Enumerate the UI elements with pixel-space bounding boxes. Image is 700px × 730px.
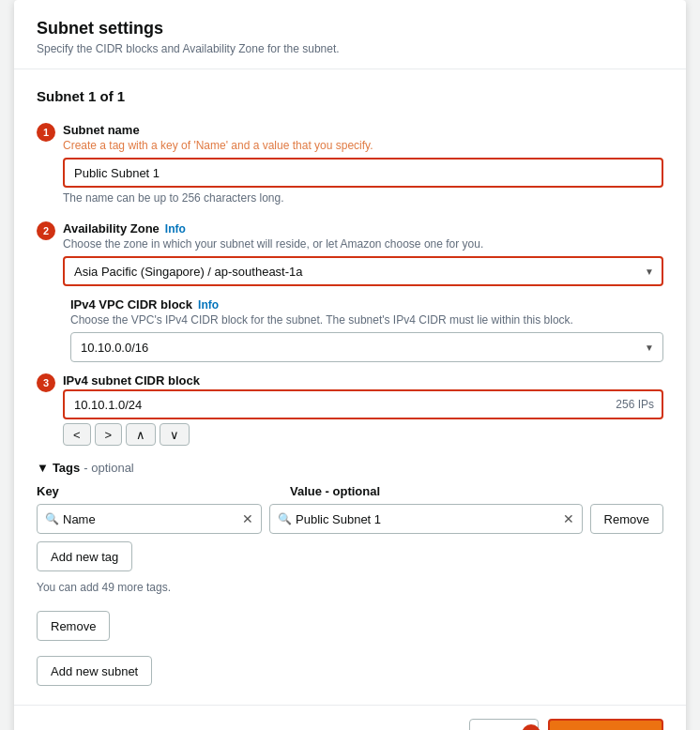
modal-header: Subnet settings Specify the CIDR blocks … bbox=[14, 0, 686, 69]
tags-title: ▼ Tags - optional bbox=[37, 461, 663, 475]
tag-key-input[interactable] bbox=[63, 512, 238, 526]
subnet-name-row: 1 Subnet name Create a tag with a key of… bbox=[37, 123, 663, 210]
subnet-name-input[interactable] bbox=[63, 158, 663, 188]
subnet-cidr-input[interactable] bbox=[63, 389, 663, 419]
badge-3: 3 bbox=[37, 373, 55, 392]
vpc-cidr-label: IPv4 VPC CIDR block Info bbox=[70, 297, 663, 312]
remove-section: Remove bbox=[37, 611, 663, 656]
az-hint: Choose the zone in which your subnet wil… bbox=[63, 237, 663, 251]
vpc-cidr-row: IPv4 VPC CIDR block Info Choose the VPC'… bbox=[37, 297, 663, 362]
subnet-name-label: Subnet name bbox=[63, 123, 663, 137]
subnet-settings-modal: Subnet settings Specify the CIDR blocks … bbox=[14, 0, 686, 730]
tag-key-clear-icon[interactable]: ✕ bbox=[242, 511, 253, 526]
vpc-cidr-field: IPv4 VPC CIDR block Info Choose the VPC'… bbox=[70, 297, 663, 362]
cidr-down-button[interactable]: ∨ bbox=[160, 423, 190, 446]
vpc-cidr-select-wrapper: 10.10.0.0/16 bbox=[70, 332, 663, 362]
az-label: Availability Zone Info bbox=[63, 221, 663, 236]
subnet-name-hint: The name can be up to 256 characters lon… bbox=[63, 191, 663, 205]
tag-value-search-icon: 🔍 bbox=[278, 512, 292, 525]
tags-column-headers: Key Value - optional bbox=[37, 484, 663, 498]
section-title: Subnet 1 of 1 bbox=[37, 88, 663, 104]
tags-value-header: Value - optional bbox=[290, 484, 663, 498]
cidr-up-button[interactable]: ∧ bbox=[126, 423, 156, 446]
subnet-cidr-field: IPv4 subnet CIDR block 256 IPs < > ∧ ∨ bbox=[63, 373, 663, 446]
subnet-name-field: Subnet name Create a tag with a key of '… bbox=[63, 123, 663, 210]
add-tag-button[interactable]: Add new tag bbox=[37, 541, 132, 571]
tag-value-wrapper: 🔍 ✕ bbox=[269, 504, 583, 534]
cidr-nav: < > ∧ ∨ bbox=[63, 423, 663, 446]
modal-footer: Cancel 4 Create subnet bbox=[14, 705, 686, 730]
cidr-suffix: 256 IPs bbox=[616, 398, 654, 411]
az-info-link[interactable]: Info bbox=[165, 222, 186, 236]
modal-subtitle: Specify the CIDR blocks and Availability… bbox=[37, 42, 663, 55]
tag-row: 🔍 ✕ 🔍 ✕ Remove bbox=[37, 504, 663, 534]
tags-footer-hint: You can add 49 more tags. bbox=[37, 581, 663, 594]
add-tag-wrapper: Add new tag bbox=[37, 541, 663, 575]
vpc-cidr-info-link[interactable]: Info bbox=[198, 298, 219, 312]
tags-optional-label: - optional bbox=[84, 461, 133, 475]
az-select-wrapper: Asia Pacific (Singapore) / ap-southeast-… bbox=[63, 256, 663, 286]
tag-value-clear-icon[interactable]: ✕ bbox=[563, 511, 574, 526]
availability-zone-row: 2 Availability Zone Info Choose the zone… bbox=[37, 221, 663, 286]
tags-key-header: Key bbox=[37, 484, 281, 498]
tag-remove-button[interactable]: Remove bbox=[590, 504, 663, 534]
create-button-wrapper: 4 Create subnet bbox=[548, 719, 663, 730]
create-subnet-button[interactable]: Create subnet bbox=[548, 719, 663, 730]
subnet-name-hint-orange: Create a tag with a key of 'Name' and a … bbox=[63, 139, 663, 152]
remove-section-button[interactable]: Remove bbox=[37, 611, 110, 641]
vpc-cidr-hint: Choose the VPC's IPv4 CIDR block for the… bbox=[70, 313, 663, 327]
tags-section: ▼ Tags - optional Key Value - optional 🔍… bbox=[37, 461, 663, 594]
modal-body: Subnet 1 of 1 1 Subnet name Create a tag… bbox=[14, 69, 686, 705]
availability-zone-field: Availability Zone Info Choose the zone i… bbox=[63, 221, 663, 286]
tag-key-search-icon: 🔍 bbox=[45, 512, 59, 525]
vpc-cidr-select[interactable]: 10.10.0.0/16 bbox=[70, 332, 663, 362]
subnet-cidr-label: IPv4 subnet CIDR block bbox=[63, 373, 663, 388]
tag-value-input[interactable] bbox=[296, 512, 559, 526]
cidr-prev-button[interactable]: < bbox=[63, 423, 91, 446]
subnet-cidr-row: 3 IPv4 subnet CIDR block 256 IPs < > ∧ ∨ bbox=[37, 373, 663, 446]
modal-title: Subnet settings bbox=[37, 19, 663, 38]
add-subnet-button[interactable]: Add new subnet bbox=[37, 656, 152, 686]
tag-key-wrapper: 🔍 ✕ bbox=[37, 504, 262, 534]
az-select[interactable]: Asia Pacific (Singapore) / ap-southeast-… bbox=[63, 256, 663, 286]
tags-arrow-icon: ▼ bbox=[37, 461, 49, 475]
cidr-next-button[interactable]: > bbox=[95, 423, 123, 446]
subnet-cidr-input-wrapper: 256 IPs bbox=[63, 389, 663, 419]
badge-1: 1 bbox=[37, 123, 55, 142]
add-subnet-wrapper: Add new subnet bbox=[37, 656, 663, 686]
badge-2: 2 bbox=[37, 221, 55, 240]
